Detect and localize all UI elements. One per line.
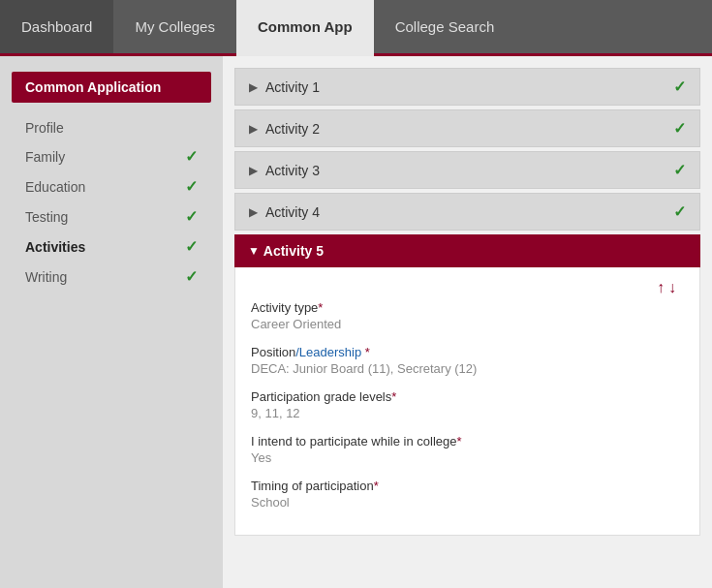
tab-my-colleges[interactable]: My Colleges bbox=[113, 0, 236, 53]
check-icon-activity-1: ✓ bbox=[673, 77, 686, 96]
activity-type-text: Activity type bbox=[251, 300, 318, 315]
sidebar-item-testing[interactable]: Testing ✓ bbox=[12, 201, 211, 232]
sidebar-item-profile[interactable]: Profile bbox=[12, 114, 211, 141]
field-intend-college: I intend to participate while in college… bbox=[251, 434, 684, 465]
arrow-right-icon-4: ▶ bbox=[249, 205, 258, 219]
required-star-3: * bbox=[456, 434, 461, 449]
sidebar-label-family: Family bbox=[25, 149, 65, 165]
sidebar-item-family[interactable]: Family ✓ bbox=[12, 141, 211, 171]
check-icon-education: ✓ bbox=[185, 177, 198, 196]
field-participation-grade: Participation grade levels* 9, 11, 12 bbox=[251, 389, 684, 420]
field-value-activity-type: Career Oriented bbox=[251, 317, 684, 331]
sidebar-label-writing: Writing bbox=[25, 269, 67, 285]
required-star-4: * bbox=[374, 479, 379, 493]
field-value-timing: School bbox=[251, 495, 684, 510]
tab-common-app[interactable]: Common App bbox=[236, 0, 374, 53]
sort-arrows: ↑ ↓ bbox=[251, 275, 684, 300]
sidebar-item-education[interactable]: Education ✓ bbox=[12, 171, 211, 201]
required-star-1: * bbox=[365, 345, 370, 359]
arrow-right-icon-2: ▶ bbox=[249, 122, 258, 136]
activity-5-header[interactable]: ▼ Activity 5 bbox=[234, 234, 700, 267]
check-icon-testing: ✓ bbox=[185, 207, 198, 226]
check-icon-family: ✓ bbox=[185, 147, 198, 166]
activity-5-body: ↑ ↓ Activity type* Career Oriented Posit… bbox=[234, 267, 700, 536]
tab-dashboard[interactable]: Dashboard bbox=[0, 0, 113, 53]
grade-text: Participation grade levels bbox=[251, 389, 391, 404]
top-navigation: Dashboard My Colleges Common App College… bbox=[0, 0, 712, 56]
activity-5-label: Activity 5 bbox=[263, 243, 324, 259]
field-label-intend: I intend to participate while in college… bbox=[251, 434, 684, 449]
check-icon-activity-2: ✓ bbox=[673, 119, 686, 138]
activity-3-label: Activity 3 bbox=[265, 163, 320, 178]
field-value-grade: 9, 11, 12 bbox=[251, 406, 684, 420]
sidebar-item-writing[interactable]: Writing ✓ bbox=[12, 262, 211, 292]
check-icon-activity-3: ✓ bbox=[673, 161, 686, 179]
activity-2-label: Activity 2 bbox=[265, 121, 320, 137]
arrow-right-icon-1: ▶ bbox=[249, 80, 258, 94]
sidebar: Common Application Profile Family ✓ Educ… bbox=[0, 56, 223, 588]
check-icon-activity-4: ✓ bbox=[673, 202, 686, 221]
activity-1-label: Activity 1 bbox=[265, 79, 320, 95]
sidebar-label-activities: Activities bbox=[25, 239, 85, 255]
sort-up-button[interactable]: ↑ bbox=[657, 279, 665, 296]
field-label-grade: Participation grade levels* bbox=[251, 389, 684, 404]
field-position-leadership: Position/Leadership * DECA: Junior Board… bbox=[251, 345, 684, 376]
activity-row-3[interactable]: ▶ Activity 3 ✓ bbox=[234, 151, 700, 189]
activity-row-4[interactable]: ▶ Activity 4 ✓ bbox=[234, 193, 700, 231]
required-star-2: * bbox=[391, 389, 396, 404]
sidebar-title: Common Application bbox=[12, 72, 211, 103]
sidebar-item-activities[interactable]: Activities ✓ bbox=[12, 232, 211, 262]
leadership-text: /Leadership bbox=[295, 345, 361, 359]
field-timing: Timing of participation* School bbox=[251, 479, 684, 510]
position-text: Position bbox=[251, 345, 295, 359]
activity-row-2[interactable]: ▶ Activity 2 ✓ bbox=[234, 109, 700, 147]
main-area: Common Application Profile Family ✓ Educ… bbox=[0, 56, 712, 588]
required-star-0: * bbox=[318, 300, 323, 315]
tab-college-search[interactable]: College Search bbox=[374, 0, 516, 53]
intend-text: I intend to participate while in college bbox=[251, 434, 456, 449]
field-value-intend: Yes bbox=[251, 450, 684, 465]
field-label-activity-type: Activity type* bbox=[251, 300, 684, 315]
sidebar-label-education: Education bbox=[25, 179, 85, 195]
sidebar-label-profile: Profile bbox=[25, 120, 64, 136]
field-value-position: DECA: Junior Board (11), Secretary (12) bbox=[251, 361, 684, 376]
check-icon-writing: ✓ bbox=[185, 267, 198, 286]
sort-down-button[interactable]: ↓ bbox=[668, 279, 676, 296]
field-activity-type: Activity type* Career Oriented bbox=[251, 300, 684, 331]
timing-text: Timing of participation bbox=[251, 479, 374, 493]
activity-4-label: Activity 4 bbox=[265, 204, 320, 220]
activity-row-1[interactable]: ▶ Activity 1 ✓ bbox=[234, 68, 700, 106]
content-area: ▶ Activity 1 ✓ ▶ Activity 2 ✓ ▶ Activity… bbox=[223, 56, 712, 588]
sidebar-label-testing: Testing bbox=[25, 209, 68, 225]
arrow-right-icon-3: ▶ bbox=[249, 164, 258, 177]
arrow-down-icon-5: ▼ bbox=[248, 244, 260, 258]
field-label-timing: Timing of participation* bbox=[251, 479, 684, 493]
field-label-position: Position/Leadership * bbox=[251, 345, 684, 359]
check-icon-activities: ✓ bbox=[185, 237, 198, 256]
